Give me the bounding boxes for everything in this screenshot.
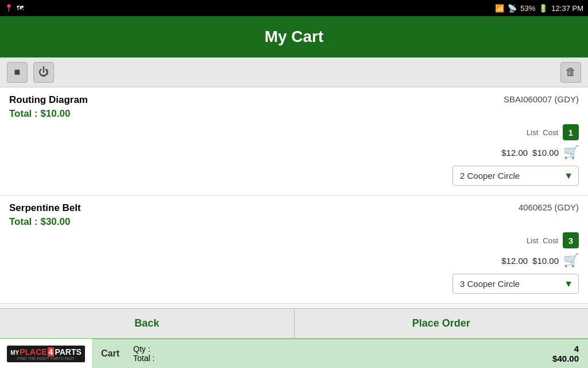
qty-label: Qty :	[133, 344, 150, 354]
logo-parts: PARTS	[55, 347, 81, 356]
logo-my: MY	[10, 350, 19, 356]
item-2-location-select[interactable]: 3 Cooper Circle 1 Cooper Circle 2 Cooper…	[452, 274, 579, 294]
item-2-dropdown-wrapper: 3 Cooper Circle 1 Cooper Circle 2 Cooper…	[452, 274, 579, 294]
battery-icon: 🔋	[539, 4, 548, 13]
cart-summary-values: 4 $40.00	[552, 344, 588, 363]
cart-item-2: Serpentine Belt 4060625 (GDY) Total : $3…	[0, 195, 588, 304]
item-2-location-dropdown: 3 Cooper Circle 1 Cooper Circle 2 Cooper…	[9, 274, 579, 294]
status-icons: 📍 🗺	[5, 4, 24, 12]
item-1-location-dropdown: 2 Cooper Circle 1 Cooper Circle 3 Cooper…	[9, 166, 579, 186]
total-value: $40.00	[552, 354, 579, 363]
page-title: My Cart	[265, 28, 324, 46]
item-2-list-price: $12.00	[501, 256, 528, 266]
wifi-icon: 📶	[495, 4, 504, 13]
status-bar: 📍 🗺 📶 📡 53% 🔋 12:37 PM	[0, 0, 588, 16]
logo-place: PLACE	[20, 347, 47, 356]
item-1-list-label: List	[527, 128, 538, 137]
item-1-dropdown-wrapper: 2 Cooper Circle 1 Cooper Circle 3 Cooper…	[452, 166, 579, 186]
item-2-qty: 3	[563, 232, 579, 248]
item-2-total: Total : $30.00	[9, 216, 579, 228]
power-button[interactable]: ⏻	[33, 62, 54, 83]
item-2-price-row: List Cost 3	[9, 232, 579, 248]
stop-icon: ■	[14, 66, 21, 78]
item-1-cart-icon: 🛒	[563, 145, 579, 160]
app-header: My Cart	[0, 16, 588, 57]
item-2-cost-price: $10.00	[532, 256, 559, 266]
logo: MY PLACE 4 PARTS FIND THE RIGHT PARTS FA…	[7, 346, 85, 362]
item-1-qty: 1	[563, 124, 579, 140]
nav-icon: 🗺	[17, 4, 24, 12]
location-icon: 📍	[5, 4, 13, 12]
item-1-name: Routing Diagram	[9, 94, 88, 106]
toolbar-right-actions: 🗑	[560, 62, 581, 83]
total-label: Total :	[133, 354, 154, 363]
item-2-name: Serpentine Belt	[9, 202, 81, 214]
cart-item-1-header: Routing Diagram SBAI060007 (GDY)	[9, 94, 579, 106]
item-1-list-price: $12.00	[501, 148, 528, 158]
action-buttons: Back Place Order	[0, 308, 588, 338]
status-info: 📶 📡 53% 🔋 12:37 PM	[495, 4, 583, 13]
cart-summary-info: Qty : Total :	[129, 344, 552, 363]
stop-button[interactable]: ■	[7, 62, 28, 83]
logo-tagline: FIND THE RIGHT PARTS FAST	[10, 356, 82, 361]
item-1-prices: $12.00 $10.00 🛒	[9, 145, 579, 160]
toolbar-left-actions: ■ ⏻	[7, 62, 54, 83]
logo-num: 4	[48, 347, 55, 356]
qty-row: Qty :	[133, 344, 548, 354]
back-button[interactable]: Back	[0, 309, 295, 338]
toolbar: ■ ⏻ 🗑	[0, 57, 588, 87]
trash-icon: 🗑	[566, 66, 576, 78]
item-1-total: Total : $10.00	[9, 108, 579, 120]
item-1-sku: SBAI060007 (GDY)	[504, 94, 579, 104]
item-1-cost-price: $10.00	[532, 148, 559, 158]
cart-item-2-header: Serpentine Belt 4060625 (GDY)	[9, 202, 579, 214]
qty-value: 4	[574, 344, 579, 354]
signal-icon: 📡	[508, 4, 517, 13]
cart-label: Cart	[92, 348, 129, 359]
total-row: Total :	[133, 354, 548, 363]
item-1-price-row: List Cost 1	[9, 124, 579, 140]
item-2-cart-icon: 🛒	[563, 253, 579, 268]
item-1-cost-label: Cost	[543, 128, 558, 137]
trash-button[interactable]: 🗑	[560, 62, 581, 83]
item-1-location-select[interactable]: 2 Cooper Circle 1 Cooper Circle 3 Cooper…	[452, 166, 579, 186]
logo-area: MY PLACE 4 PARTS FIND THE RIGHT PARTS FA…	[0, 339, 92, 368]
empty-space	[0, 304, 588, 308]
item-2-prices: $12.00 $10.00 🛒	[9, 253, 579, 268]
item-2-list-label: List	[527, 236, 538, 245]
item-2-sku: 4060625 (GDY)	[519, 202, 579, 212]
place-order-button[interactable]: Place Order	[295, 309, 589, 338]
cart-item-1: Routing Diagram SBAI060007 (GDY) Total :…	[0, 87, 588, 195]
clock: 12:37 PM	[551, 4, 583, 13]
bottom-bar: MY PLACE 4 PARTS FIND THE RIGHT PARTS FA…	[0, 338, 588, 368]
battery-percent: 53%	[520, 4, 535, 13]
item-2-cost-label: Cost	[543, 236, 558, 245]
cart-content: Routing Diagram SBAI060007 (GDY) Total :…	[0, 87, 588, 308]
power-icon: ⏻	[38, 66, 49, 78]
